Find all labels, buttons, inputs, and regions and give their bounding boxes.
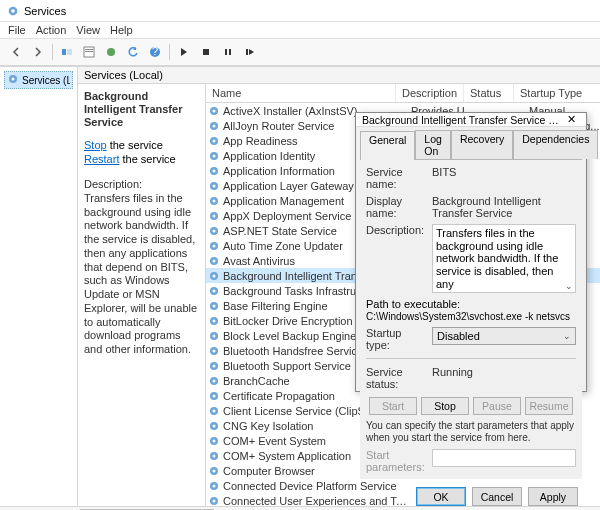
- tree-root-item[interactable]: Services (Local): [4, 71, 73, 89]
- dialog-body: Service name:BITS Display name:Backgroun…: [360, 159, 582, 479]
- svg-point-19: [213, 124, 216, 127]
- gear-icon: [208, 300, 220, 312]
- stop-service-button[interactable]: [196, 42, 216, 62]
- display-name-value: Background Intelligent Transfer Service: [432, 195, 576, 219]
- col-startup[interactable]: Startup Type: [514, 84, 600, 102]
- svg-point-65: [213, 469, 216, 472]
- apply-button[interactable]: Apply: [528, 487, 578, 506]
- svg-point-55: [213, 394, 216, 397]
- menu-help[interactable]: Help: [110, 24, 133, 36]
- properties-dialog: Background Intelligent Transfer Service …: [355, 112, 587, 392]
- chevron-down-icon: ⌄: [563, 331, 571, 341]
- detail-pane: Background Intelligent Transfer Service …: [78, 84, 206, 506]
- gear-icon: [208, 315, 220, 327]
- svg-point-39: [213, 274, 216, 277]
- ok-button[interactable]: OK: [416, 487, 466, 506]
- startup-type-value: Disabled: [437, 330, 480, 342]
- display-name-label: Display name:: [366, 195, 428, 219]
- services-icon: [6, 4, 20, 18]
- svg-point-7: [107, 48, 115, 56]
- svg-point-33: [213, 229, 216, 232]
- service-name-label: Service name:: [366, 166, 428, 190]
- gear-icon: [208, 405, 220, 417]
- service-control-buttons: Start Stop Pause Resume: [366, 397, 576, 415]
- detail-links: Stop the service Restart the service: [84, 138, 199, 167]
- startup-type-select[interactable]: Disabled⌄: [432, 327, 576, 345]
- window-title: Services: [24, 5, 66, 17]
- dialog-titlebar[interactable]: Background Intelligent Transfer Service …: [356, 113, 586, 127]
- svg-point-67: [213, 484, 216, 487]
- svg-point-17: [213, 109, 216, 112]
- menubar: File Action View Help: [0, 22, 600, 38]
- titlebar: Services: [0, 0, 600, 22]
- col-name[interactable]: Name: [206, 84, 396, 102]
- start-params-label: Start parameters:: [366, 449, 428, 473]
- gear-icon: [208, 480, 220, 492]
- gear-icon: [208, 255, 220, 267]
- dtab-general[interactable]: General: [360, 131, 415, 160]
- gear-icon: [208, 165, 220, 177]
- dtab-dependencies[interactable]: Dependencies: [513, 130, 598, 159]
- gear-icon: [208, 420, 220, 432]
- toolbar-separator: [52, 44, 53, 60]
- close-icon[interactable]: ✕: [562, 113, 580, 126]
- svg-point-53: [213, 379, 216, 382]
- menu-view[interactable]: View: [76, 24, 100, 36]
- dtab-recovery[interactable]: Recovery: [451, 130, 513, 159]
- pause-service-button[interactable]: [218, 42, 238, 62]
- gear-icon: [208, 240, 220, 252]
- gear-icon: [208, 285, 220, 297]
- gear-icon: [208, 450, 220, 462]
- dtab-logon[interactable]: Log On: [415, 130, 451, 159]
- restart-link[interactable]: Restart: [84, 153, 119, 165]
- start-params-input[interactable]: [432, 449, 576, 467]
- forward-button[interactable]: [28, 42, 48, 62]
- svg-point-57: [213, 409, 216, 412]
- svg-point-31: [213, 214, 216, 217]
- gear-icon: [208, 360, 220, 372]
- start-service-button[interactable]: [174, 42, 194, 62]
- help-button[interactable]: ?: [145, 42, 165, 62]
- show-hide-tree-button[interactable]: [57, 42, 77, 62]
- svg-point-25: [213, 169, 216, 172]
- resume-button[interactable]: Resume: [525, 397, 573, 415]
- svg-point-59: [213, 424, 216, 427]
- export-button[interactable]: [101, 42, 121, 62]
- list-header: Name Description Status Startup Type: [206, 84, 600, 103]
- detail-description: Description: Transfers files in the back…: [84, 178, 199, 357]
- svg-point-27: [213, 184, 216, 187]
- menu-action[interactable]: Action: [36, 24, 67, 36]
- gear-icon: [208, 195, 220, 207]
- gear-icon: [208, 345, 220, 357]
- description-box[interactable]: Transfers files in the background using …: [432, 224, 576, 293]
- desc-text: Transfers files in the background using …: [84, 192, 197, 355]
- gear-icon: [208, 225, 220, 237]
- dialog-footer: OK Cancel Apply: [356, 483, 586, 510]
- pause-button[interactable]: Pause: [473, 397, 521, 415]
- refresh-button[interactable]: [123, 42, 143, 62]
- gear-icon: [208, 435, 220, 447]
- param-note: You can specify the start parameters tha…: [366, 420, 576, 444]
- svg-point-47: [213, 334, 216, 337]
- stop-link[interactable]: Stop: [84, 139, 107, 151]
- tree-root-label: Services (Local): [22, 75, 70, 86]
- svg-point-61: [213, 439, 216, 442]
- dialog-title: Background Intelligent Transfer Service …: [362, 114, 562, 126]
- col-description[interactable]: Description: [396, 84, 464, 102]
- start-button[interactable]: Start: [369, 397, 417, 415]
- chevron-down-icon[interactable]: ⌄: [565, 281, 573, 291]
- stop-button[interactable]: Stop: [421, 397, 469, 415]
- col-status[interactable]: Status: [464, 84, 514, 102]
- divider: [366, 358, 576, 359]
- cancel-button[interactable]: Cancel: [472, 487, 522, 506]
- gear-icon: [208, 390, 220, 402]
- restart-service-button[interactable]: [240, 42, 260, 62]
- menu-file[interactable]: File: [8, 24, 26, 36]
- svg-rect-6: [85, 51, 93, 52]
- back-button[interactable]: [6, 42, 26, 62]
- svg-point-63: [213, 454, 216, 457]
- content-header: Services (Local): [78, 67, 600, 84]
- properties-button[interactable]: [79, 42, 99, 62]
- svg-point-49: [213, 349, 216, 352]
- gear-icon: [208, 120, 220, 132]
